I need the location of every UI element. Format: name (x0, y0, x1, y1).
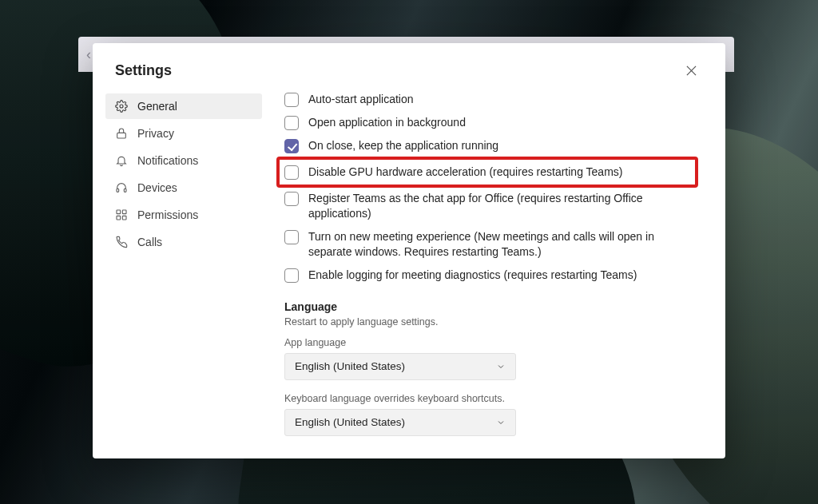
sidebar-item-label: Devices (137, 181, 177, 194)
svg-rect-6 (117, 216, 121, 220)
app-language-label: App language (284, 337, 693, 348)
modal-title: Settings (115, 62, 172, 79)
svg-rect-3 (124, 189, 126, 192)
chevron-down-icon (496, 418, 506, 427)
option-disable-gpu: Disable GPU hardware acceleration (requi… (284, 161, 693, 183)
bell-icon (115, 154, 128, 167)
option-label: Disable GPU hardware acceleration (requi… (308, 165, 622, 180)
language-section-title: Language (284, 300, 693, 313)
app-language-select[interactable]: English (United States) (284, 353, 516, 380)
checkbox-open-background[interactable] (284, 116, 299, 130)
checkbox-disable-gpu[interactable] (284, 165, 299, 180)
headset-icon (115, 181, 128, 194)
svg-rect-7 (122, 216, 126, 220)
sidebar-item-label: Notifications (137, 154, 198, 167)
close-button[interactable] (680, 62, 703, 79)
checkbox-register-chat-app[interactable] (284, 192, 299, 206)
back-icon[interactable]: ‹ (86, 46, 91, 63)
sidebar-item-devices[interactable]: Devices (105, 175, 262, 200)
option-label: Open application in background (308, 115, 466, 130)
close-icon (686, 65, 697, 76)
option-label: Auto-start application (308, 92, 414, 107)
sidebar-item-label: Permissions (137, 208, 198, 221)
svg-rect-1 (117, 133, 126, 138)
option-enable-logging: Enable logging for meeting diagnostics (… (284, 268, 693, 283)
option-label: Turn on new meeting experience (New meet… (308, 229, 693, 260)
keyboard-language-label: Keyboard language overrides keyboard sho… (284, 393, 693, 404)
language-section-subtitle: Restart to apply language settings. (284, 316, 693, 327)
svg-rect-5 (122, 210, 126, 214)
option-autostart: Auto-start application (284, 92, 693, 107)
option-register-chat-app: Register Teams as the chat app for Offic… (284, 191, 693, 221)
option-label: Enable logging for meeting diagnostics (… (308, 268, 637, 283)
sidebar-item-label: Privacy (137, 127, 174, 140)
sidebar-item-permissions[interactable]: Permissions (105, 202, 262, 228)
svg-rect-4 (117, 210, 121, 214)
sidebar-item-label: Calls (137, 236, 162, 248)
chevron-down-icon (496, 362, 506, 371)
option-open-background: Open application in background (284, 115, 693, 130)
gear-icon (115, 100, 128, 113)
select-value: English (United States) (295, 416, 405, 428)
sidebar-item-calls[interactable]: Calls (105, 229, 262, 255)
modal-header: Settings (93, 43, 725, 89)
sidebar-item-general[interactable]: General (105, 93, 262, 119)
settings-sidebar: General Privacy Notifications Devices (105, 89, 262, 442)
phone-icon (115, 236, 128, 248)
lock-icon (115, 127, 128, 140)
checkbox-keep-running[interactable] (284, 139, 299, 153)
sidebar-item-label: General (137, 100, 177, 113)
option-label: On close, keep the application running (308, 138, 498, 153)
checkbox-new-meeting-experience[interactable] (284, 230, 299, 244)
sidebar-item-notifications[interactable]: Notifications (105, 148, 262, 173)
option-keep-running: On close, keep the application running (284, 138, 693, 153)
keyboard-language-select[interactable]: English (United States) (284, 409, 516, 436)
select-value: English (United States) (295, 360, 405, 372)
option-new-meeting-experience: Turn on new meeting experience (New meet… (284, 229, 693, 260)
option-label: Register Teams as the chat app for Offic… (308, 191, 693, 221)
grid-icon (115, 208, 128, 221)
svg-point-0 (120, 105, 123, 108)
settings-modal: Settings General Privacy (93, 43, 725, 458)
sidebar-item-privacy[interactable]: Privacy (105, 121, 262, 146)
checkbox-enable-logging[interactable] (284, 268, 299, 283)
settings-content: Auto-start application Open application … (262, 89, 725, 442)
svg-rect-2 (117, 189, 119, 192)
checkbox-autostart[interactable] (284, 93, 299, 107)
